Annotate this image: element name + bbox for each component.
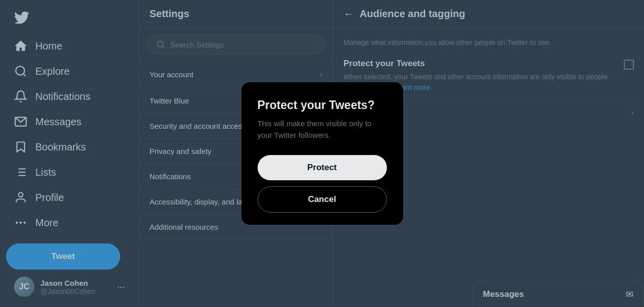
modal-overlay[interactable]: Protect your Tweets? This will make them…: [0, 0, 644, 307]
modal-protect-button[interactable]: Protect: [258, 155, 387, 180]
modal-description: This will make them visible only to your…: [258, 118, 387, 141]
modal-cancel-button[interactable]: Cancel: [258, 186, 387, 213]
protect-modal: Protect your Tweets? This will make them…: [241, 82, 403, 225]
modal-title: Protect your Tweets?: [258, 98, 387, 112]
